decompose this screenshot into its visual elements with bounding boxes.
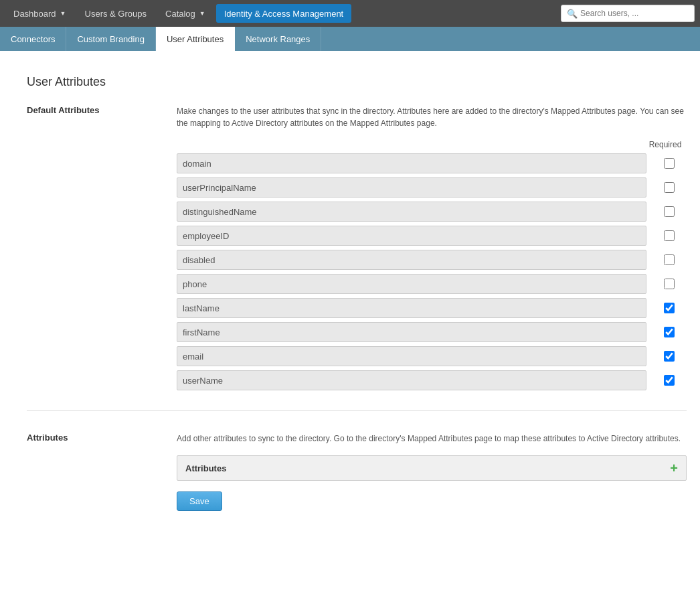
attr-input-userPrincipalName[interactable] xyxy=(177,177,646,198)
dashboard-dropdown-arrow: ▼ xyxy=(60,10,66,17)
required-header: Required xyxy=(177,140,687,149)
attr-checkbox-wrap-employeeID xyxy=(652,230,687,241)
attribute-fields xyxy=(177,153,687,390)
search-input[interactable] xyxy=(580,9,689,18)
sub-nav-connectors[interactable]: Connectors xyxy=(0,27,66,51)
attributes-desc: Add other attributes to sync to the dire… xyxy=(177,433,687,445)
attributes-label: Attributes xyxy=(27,433,68,443)
top-nav: Dashboard▼Users & GroupsCatalog▼Identity… xyxy=(0,0,700,27)
attr-row-phone xyxy=(177,274,687,294)
attr-checkbox-employeeID[interactable] xyxy=(664,230,675,241)
attr-input-firstName[interactable] xyxy=(177,322,646,342)
main-content: User Attributes Default Attributes Make … xyxy=(0,51,700,612)
search-icon: 🔍 xyxy=(567,9,578,19)
attributes-section: Attributes Add other attributes to sync … xyxy=(27,433,687,527)
attr-checkbox-distinguishedName[interactable] xyxy=(664,206,675,217)
attr-row-lastName xyxy=(177,298,687,318)
attr-input-phone[interactable] xyxy=(177,274,646,294)
sub-nav-custom-branding[interactable]: Custom Branding xyxy=(66,27,155,51)
attr-row-distinguishedName xyxy=(177,202,687,222)
attr-input-employeeID[interactable] xyxy=(177,226,646,246)
top-nav-catalog[interactable]: Catalog▼ xyxy=(157,4,213,23)
attr-input-lastName[interactable] xyxy=(177,298,646,318)
save-button[interactable]: Save xyxy=(177,491,222,511)
attr-checkbox-domain[interactable] xyxy=(664,158,675,169)
attr-checkbox-phone[interactable] xyxy=(664,279,675,289)
attr-row-domain xyxy=(177,153,687,173)
attributes-table-header: Attributes + xyxy=(177,455,687,481)
attr-checkbox-wrap-disabled xyxy=(652,254,687,265)
attr-row-firstName xyxy=(177,322,687,342)
attr-checkbox-wrap-email xyxy=(652,351,687,362)
attr-checkbox-wrap-distinguishedName xyxy=(652,206,687,217)
attr-input-userName[interactable] xyxy=(177,370,646,390)
attr-checkbox-userName[interactable] xyxy=(664,375,675,386)
attr-checkbox-wrap-lastName xyxy=(652,303,687,313)
attr-row-employeeID xyxy=(177,226,687,246)
attr-checkbox-wrap-phone xyxy=(652,279,687,289)
attr-input-email[interactable] xyxy=(177,346,646,366)
default-attributes-section: Default Attributes Make changes to the u… xyxy=(27,105,687,411)
top-nav-iam[interactable]: Identity & Access Management xyxy=(216,4,351,23)
catalog-dropdown-arrow: ▼ xyxy=(199,10,205,17)
attr-checkbox-userPrincipalName[interactable] xyxy=(664,182,675,193)
attr-checkbox-firstName[interactable] xyxy=(664,327,675,337)
sub-nav-network-ranges[interactable]: Network Ranges xyxy=(235,27,321,51)
attr-checkbox-wrap-userName xyxy=(652,375,687,386)
default-attributes-label: Default Attributes xyxy=(27,105,100,115)
attr-input-domain[interactable] xyxy=(177,153,646,173)
page-title: User Attributes xyxy=(27,75,687,89)
required-label: Required xyxy=(645,140,685,149)
search-bar[interactable]: 🔍 xyxy=(561,5,695,22)
attributes-table-title: Attributes xyxy=(185,463,226,473)
attr-checkbox-email[interactable] xyxy=(664,351,675,362)
attr-checkbox-lastName[interactable] xyxy=(664,303,675,313)
sub-nav: ConnectorsCustom BrandingUser Attributes… xyxy=(0,27,700,51)
top-nav-dashboard[interactable]: Dashboard▼ xyxy=(5,4,74,23)
default-attributes-desc: Make changes to the user attributes that… xyxy=(177,105,687,129)
attr-row-userPrincipalName xyxy=(177,177,687,198)
attr-checkbox-wrap-userPrincipalName xyxy=(652,182,687,193)
add-attribute-button[interactable]: + xyxy=(670,461,678,475)
attr-checkbox-disabled[interactable] xyxy=(664,254,675,265)
attr-input-distinguishedName[interactable] xyxy=(177,202,646,222)
sub-nav-user-attributes[interactable]: User Attributes xyxy=(156,27,235,51)
attr-row-disabled xyxy=(177,250,687,270)
top-nav-users-groups[interactable]: Users & Groups xyxy=(77,4,155,23)
attr-checkbox-wrap-domain xyxy=(652,158,687,169)
attr-row-email xyxy=(177,346,687,366)
attr-input-disabled[interactable] xyxy=(177,250,646,270)
attr-checkbox-wrap-firstName xyxy=(652,327,687,337)
attr-row-userName xyxy=(177,370,687,390)
